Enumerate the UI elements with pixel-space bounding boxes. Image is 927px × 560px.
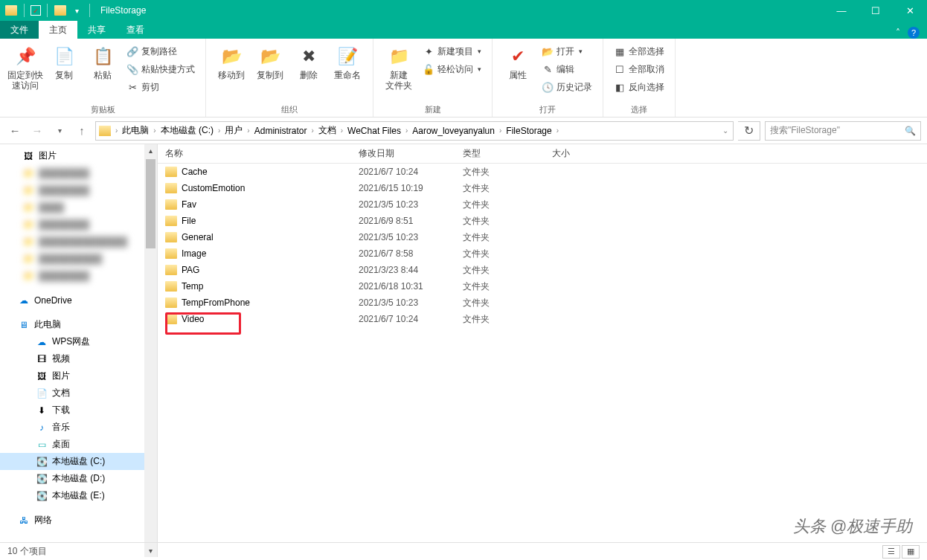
tree-pictures[interactable]: 🖼图片📌 — [0, 147, 157, 164]
pin-button[interactable]: 📌 固定到快 速访问 — [7, 42, 43, 95]
tree-scrollbar[interactable]: ▴ ▾ — [144, 144, 157, 557]
delete-button[interactable]: ✖删除 — [291, 42, 327, 80]
tree-documents[interactable]: 📄文档 — [0, 384, 157, 402]
file-row[interactable]: General2021/3/5 10:23文件夹 — [158, 229, 927, 245]
collapse-ribbon-icon[interactable]: ˄ — [896, 28, 900, 38]
easy-access-button[interactable]: 🔓轻松访问▾ — [420, 61, 484, 77]
tree-music[interactable]: ♪音乐 — [0, 419, 157, 436]
col-date[interactable]: 修改日期 — [359, 147, 463, 160]
back-button[interactable]: ← — [6, 122, 24, 140]
file-row[interactable]: File2021/6/9 8:51文件夹 — [158, 213, 927, 229]
tab-home[interactable]: 主页 — [39, 21, 77, 39]
crumb[interactable]: 用户 — [222, 122, 246, 140]
cut-button[interactable]: ✂剪切 — [124, 79, 198, 95]
file-row[interactable]: CustomEmotion2021/6/15 10:19文件夹 — [158, 180, 927, 196]
recent-locations-button[interactable]: ▾ — [51, 122, 68, 140]
rename-button[interactable]: 📝重命名 — [330, 42, 365, 80]
tree-downloads[interactable]: ⬇下载 — [0, 402, 157, 419]
select-all-button[interactable]: ▦全部选择 — [611, 43, 667, 59]
help-icon[interactable]: ? — [908, 27, 920, 39]
history-button[interactable]: 🕓历史记录 — [539, 79, 595, 95]
open-button[interactable]: 📂打开▾ — [539, 43, 595, 59]
navigation-tree[interactable]: 🖼图片📌 📁████████ 📁████████ 📁████ 📁████████… — [0, 144, 158, 557]
folder-icon — [165, 314, 177, 324]
delete-icon: ✖ — [297, 45, 321, 68]
copy-path-button[interactable]: 🔗复制路径 — [124, 43, 198, 59]
tree-pinned-item[interactable]: 📁████████ — [0, 267, 157, 284]
qat-dropdown-icon[interactable]: ▾ — [70, 4, 83, 17]
scroll-up-icon[interactable]: ▴ — [144, 144, 157, 157]
up-button[interactable]: ↑ — [73, 122, 91, 140]
tab-share[interactable]: 共享 — [77, 21, 116, 39]
tree-videos[interactable]: 🎞视频 — [0, 350, 157, 367]
col-name[interactable]: 名称 — [165, 147, 359, 160]
scroll-thumb[interactable] — [146, 159, 155, 248]
edit-button[interactable]: ✎编辑 — [539, 61, 595, 77]
copy-button[interactable]: 📄 复制 — [46, 42, 82, 95]
new-item-button[interactable]: ✦新建项目▾ — [420, 43, 484, 59]
tree-pinned-item[interactable]: 📁████████ — [0, 164, 157, 181]
tree-pinned-item[interactable]: 📁████████ — [0, 216, 157, 233]
file-row[interactable]: Fav2021/3/5 10:23文件夹 — [158, 196, 927, 213]
crumb[interactable]: 此电脑 — [119, 122, 152, 140]
tree-pictures2[interactable]: 🖼图片 — [0, 367, 157, 384]
tree-onedrive[interactable]: ☁OneDrive — [0, 292, 157, 309]
maximize-button[interactable]: ☐ — [859, 0, 893, 21]
tree-pinned-item[interactable]: 📁██████████████ — [0, 233, 157, 250]
folder-icon — [165, 281, 177, 292]
tree-network[interactable]: 🖧网络 — [0, 512, 157, 529]
search-box[interactable]: 搜索"FileStorage" 🔍 — [765, 121, 921, 141]
file-row[interactable]: PAG2021/3/23 8:44文件夹 — [158, 262, 927, 278]
move-to-button[interactable]: 📂移动到 — [214, 42, 249, 80]
tree-this-pc[interactable]: 🖥此电脑 — [0, 316, 157, 333]
paste-shortcut-button[interactable]: 📎粘贴快捷方式 — [124, 61, 198, 77]
tree-disk-d[interactable]: 💽本地磁盘 (D:) — [0, 470, 157, 487]
qat-properties-icon[interactable]: ✓ — [31, 5, 41, 16]
new-folder-button[interactable]: 📁新建 文件夹 — [381, 42, 417, 91]
crumb[interactable]: WeChat Files — [344, 122, 404, 140]
tab-file[interactable]: 文件 — [0, 21, 39, 39]
minimize-button[interactable]: — — [824, 0, 859, 21]
col-type[interactable]: 类型 — [463, 147, 552, 160]
file-row[interactable]: TempFromPhone2021/3/5 10:23文件夹 — [158, 295, 927, 311]
tree-disk-c[interactable]: 💽本地磁盘 (C:) — [0, 453, 157, 470]
refresh-button[interactable]: ↻ — [738, 121, 760, 141]
video-icon: 🎞 — [36, 353, 48, 365]
address-dropdown-icon[interactable]: ⌄ — [722, 126, 728, 135]
tree-pinned-item[interactable]: 📁██████████ — [0, 250, 157, 267]
crumb[interactable]: FileStorage — [503, 122, 554, 140]
view-details-button[interactable]: ☰ — [882, 545, 900, 559]
file-row[interactable]: Image2021/6/7 8:58文件夹 — [158, 245, 927, 262]
view-icons-button[interactable]: ▦ — [902, 545, 920, 559]
file-name: CustomEmotion — [182, 183, 245, 193]
forward-button[interactable]: → — [28, 122, 46, 140]
address-bar[interactable]: › 此电脑› 本地磁盘 (C:)› 用户› Administrator› 文档›… — [95, 121, 734, 141]
file-row[interactable]: Video2021/6/7 10:24文件夹 — [158, 311, 927, 327]
invert-icon: ◧ — [614, 81, 626, 93]
copyto-icon: 📂 — [258, 45, 282, 68]
tree-desktop[interactable]: ▭桌面 — [0, 436, 157, 453]
column-headers[interactable]: 名称 修改日期 类型 大小 — [158, 144, 927, 164]
tree-disk-e[interactable]: 💽本地磁盘 (E:) — [0, 487, 157, 504]
crumb[interactable]: Aarow_loveyanyalun — [409, 122, 498, 140]
invert-selection-button[interactable]: ◧反向选择 — [611, 79, 667, 95]
file-row[interactable]: Cache2021/6/7 10:24文件夹 — [158, 164, 927, 180]
file-type: 文件夹 — [463, 297, 552, 309]
properties-button[interactable]: ✔属性 — [500, 42, 536, 95]
file-row[interactable]: Temp2021/6/18 10:31文件夹 — [158, 278, 927, 295]
tree-wps[interactable]: ☁WPS网盘 — [0, 333, 157, 350]
select-none-button[interactable]: ☐全部取消 — [611, 61, 667, 77]
paste-button[interactable]: 📋 粘贴 — [85, 42, 121, 95]
crumb[interactable]: 文档 — [315, 122, 339, 140]
group-open-label: 打开 — [500, 104, 595, 115]
tree-pinned-item[interactable]: 📁████ — [0, 199, 157, 216]
copy-to-button[interactable]: 📂复制到 — [252, 42, 288, 80]
qat-newfolder-icon[interactable] — [54, 4, 67, 17]
crumb[interactable]: Administrator — [251, 122, 310, 140]
crumb[interactable]: 本地磁盘 (C:) — [158, 122, 216, 140]
tab-view[interactable]: 查看 — [116, 21, 155, 39]
col-size[interactable]: 大小 — [552, 147, 612, 160]
tree-pinned-item[interactable]: 📁████████ — [0, 181, 157, 199]
easyaccess-icon: 🔓 — [423, 63, 434, 75]
close-button[interactable]: ✕ — [893, 0, 927, 21]
